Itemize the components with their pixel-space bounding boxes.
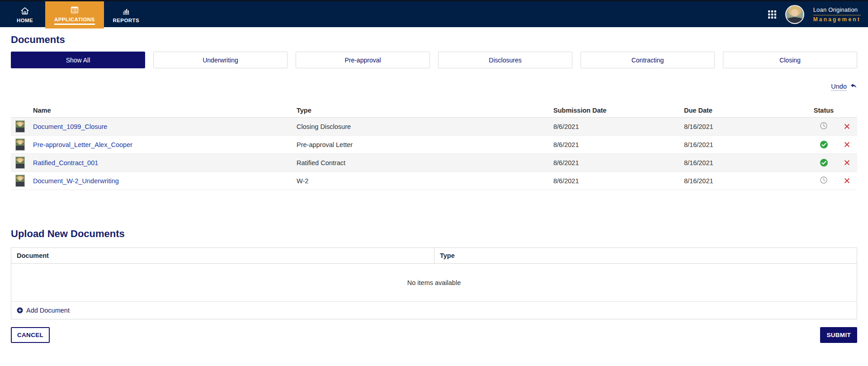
- header-due-date: Due Date: [683, 107, 811, 114]
- page-title: Documents: [11, 34, 857, 46]
- check-icon: [820, 158, 828, 167]
- due-date: 8/16/2021: [683, 177, 811, 185]
- add-document-button[interactable]: Add Document: [17, 307, 70, 314]
- document-thumbnail: [15, 120, 25, 133]
- tab-applications[interactable]: APPLICATIONS: [45, 1, 104, 29]
- logo-line1: Loan Origination: [813, 6, 861, 15]
- check-icon: [820, 140, 828, 149]
- upload-header-document: Document: [11, 248, 434, 263]
- document-thumbnail: [15, 157, 25, 169]
- document-thumbnail: [15, 175, 25, 187]
- upload-empty-message: No items available: [11, 264, 857, 302]
- delete-document-button[interactable]: [843, 122, 851, 131]
- undo-link[interactable]: Undo: [831, 82, 847, 91]
- reports-icon: [121, 6, 131, 16]
- delete-x-icon: [844, 123, 850, 130]
- due-date: 8/16/2021: [683, 141, 811, 148]
- upload-section-title: Upload New Documents: [11, 228, 857, 240]
- tab-reports-label: REPORTS: [113, 18, 139, 23]
- document-name-link[interactable]: Ratified_Contract_001: [33, 159, 98, 166]
- filter-disclosures[interactable]: Disclosures: [438, 52, 572, 68]
- header-submission-date: Submission Date: [552, 107, 683, 114]
- nav-right: Loan Origination Management: [768, 1, 868, 27]
- document-type: Ratified Contract: [296, 159, 552, 166]
- applications-icon: [70, 5, 80, 15]
- document-type: Closing Disclosure: [296, 123, 552, 130]
- document-thumbnail: [15, 138, 25, 151]
- delete-document-button[interactable]: [843, 176, 851, 185]
- nav-tabs: HOME APPLICATIONS: [5, 1, 148, 27]
- upload-table: Document Type No items available Add Doc…: [11, 247, 857, 319]
- submission-date: 8/6/2021: [552, 123, 683, 130]
- submission-date: 8/6/2021: [552, 141, 683, 148]
- document-type: Pre-approval Letter: [296, 141, 552, 148]
- undo-row: Undo: [11, 82, 857, 91]
- delete-document-button[interactable]: [843, 158, 851, 167]
- app-logo: Loan Origination Management: [813, 5, 861, 23]
- header-name: Name: [29, 107, 296, 114]
- top-nav: HOME APPLICATIONS: [0, 0, 868, 27]
- documents-table-header: Name Type Submission Date Due Date Statu…: [11, 103, 857, 118]
- status-badge: [811, 158, 837, 167]
- submit-button[interactable]: SUBMIT: [820, 327, 857, 343]
- upload-header-type: Type: [434, 248, 857, 263]
- add-plus-icon: [17, 307, 23, 314]
- form-actions: CANCEL SUBMIT: [11, 327, 857, 343]
- tab-home[interactable]: HOME: [5, 1, 45, 27]
- tab-applications-label: APPLICATIONS: [54, 17, 95, 25]
- table-row: Ratified_Contract_001 Ratified Contract …: [11, 154, 857, 172]
- tab-home-label: HOME: [17, 18, 33, 23]
- due-date: 8/16/2021: [683, 123, 811, 130]
- tab-reports[interactable]: REPORTS: [104, 1, 148, 27]
- logo-line2: Management: [813, 16, 861, 23]
- submission-date: 8/6/2021: [552, 159, 683, 166]
- status-badge: [811, 176, 837, 185]
- delete-x-icon: [844, 177, 850, 184]
- clock-icon: [820, 122, 828, 131]
- document-type: W-2: [296, 177, 552, 185]
- table-row: Document_W-2_Underwriting W-2 8/6/2021 8…: [11, 172, 857, 190]
- status-badge: [811, 122, 837, 131]
- header-type: Type: [296, 107, 552, 114]
- cancel-button[interactable]: CANCEL: [11, 327, 50, 343]
- add-document-label: Add Document: [26, 307, 70, 314]
- document-name-link[interactable]: Pre-approval_Letter_Alex_Cooper: [33, 141, 132, 148]
- documents-table: Name Type Submission Date Due Date Statu…: [11, 103, 857, 190]
- header-status: Status: [811, 107, 837, 114]
- upload-table-header: Document Type: [11, 248, 857, 264]
- filter-underwriting[interactable]: Underwriting: [153, 52, 288, 68]
- status-badge: [811, 140, 837, 149]
- filter-contracting[interactable]: Contracting: [580, 52, 715, 68]
- submission-date: 8/6/2021: [552, 177, 683, 185]
- delete-x-icon: [844, 141, 850, 148]
- document-name-link[interactable]: Document_W-2_Underwriting: [33, 177, 119, 185]
- filter-pre-approval[interactable]: Pre-approval: [296, 52, 430, 68]
- table-row: Document_1099_Closure Closing Disclosure…: [11, 118, 857, 136]
- clock-icon: [820, 176, 828, 185]
- main-content: Documents Show All Underwriting Pre-appr…: [0, 34, 868, 343]
- document-filters: Show All Underwriting Pre-approval Discl…: [11, 52, 857, 68]
- app-grid-icon[interactable]: [768, 10, 776, 19]
- upload-table-footer: Add Document: [11, 302, 857, 319]
- delete-x-icon: [844, 159, 850, 166]
- document-name-link[interactable]: Document_1099_Closure: [33, 123, 107, 130]
- delete-document-button[interactable]: [843, 140, 851, 149]
- undo-arrow-icon[interactable]: [849, 83, 857, 90]
- table-row: Pre-approval_Letter_Alex_Cooper Pre-appr…: [11, 136, 857, 154]
- due-date: 8/16/2021: [683, 159, 811, 166]
- filter-closing[interactable]: Closing: [723, 52, 857, 68]
- filter-show-all[interactable]: Show All: [11, 52, 145, 68]
- user-avatar[interactable]: [785, 5, 804, 24]
- home-icon: [20, 6, 30, 16]
